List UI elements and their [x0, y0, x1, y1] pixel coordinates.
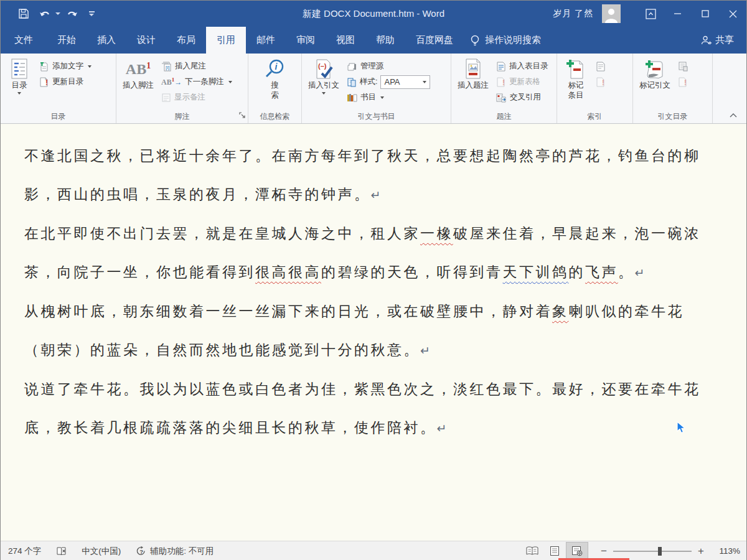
insert-citation-icon: (–) [313, 58, 334, 80]
paragraph-mark: ↵ [420, 343, 430, 357]
svg-text:!: ! [45, 78, 48, 87]
update-index-button: ! [592, 74, 609, 90]
tab-mailings[interactable]: 邮件 [246, 27, 286, 54]
zoom-in-button[interactable]: + [694, 545, 708, 558]
paragraph[interactable]: 从槐树叶底，朝东细数着一丝一丝漏下来的日光，或在破壁腰中，静对着象喇叭似的牵牛花… [24, 292, 710, 370]
zoom-slider-thumb[interactable] [658, 547, 662, 556]
update-toc-icon: ! [39, 77, 49, 87]
mark-entry-button[interactable]: 标记 条目 [560, 56, 592, 100]
redo-icon [66, 9, 78, 19]
update-toc-button[interactable]: ! 更新目录 [35, 74, 95, 90]
insert-table-of-authorities-button[interactable] [674, 58, 692, 74]
save-button[interactable] [14, 4, 33, 23]
cross-reference-button[interactable]: 交叉引用 [492, 90, 552, 105]
ribbon-display-options-icon [646, 9, 656, 19]
tab-layout[interactable]: 布局 [166, 27, 206, 54]
tab-file[interactable]: 文件 [1, 27, 47, 54]
toc-button[interactable]: 目录 [3, 56, 35, 95]
tab-references[interactable]: 引用 [206, 27, 246, 54]
document-canvas[interactable]: 不逢北国之秋，已将近十余年了。在南方每年到了秋天，总要想起陶然亭的芦花，钓鱼台的… [1, 124, 746, 541]
add-text-label: 添加文字 [52, 61, 83, 72]
read-mode-button[interactable] [521, 542, 543, 560]
mark-citation-button[interactable]: 标记引文 [636, 56, 674, 90]
tab-home[interactable]: 开始 [47, 27, 87, 54]
bibliography-button[interactable]: 书目 [343, 90, 434, 105]
footnotes-dialog-launcher[interactable] [239, 110, 246, 121]
update-table-of-authorities-icon: ! [678, 77, 688, 87]
tab-insert[interactable]: 插入 [87, 27, 126, 54]
accessibility-status[interactable]: ? 辅助功能: 不可用 [128, 546, 221, 557]
paragraph[interactable]: 不逢北国之秋，已将近十余年了。在南方每年到了秋天，总要想起陶然亭的芦花，钓鱼台的… [24, 136, 710, 214]
close-button[interactable] [719, 1, 746, 27]
insert-footnote-button[interactable]: AB1 插入脚注 [119, 56, 157, 90]
update-table-label: 更新表格 [509, 77, 540, 87]
cross-reference-label: 交叉引用 [510, 92, 541, 103]
ribbon-display-options-button[interactable] [637, 1, 664, 27]
group-label-footnotes: 脚注 [119, 111, 245, 123]
tell-me-search[interactable]: 操作说明搜索 [470, 27, 541, 54]
spellcheck-red-squiggle: 飞声 [585, 264, 618, 280]
insert-endnote-button[interactable]: [i] 插入尾注 [157, 58, 236, 74]
language-label: 中文(中国) [82, 546, 121, 557]
citation-style-chevron [423, 81, 426, 83]
insert-table-of-figures-button[interactable]: 插入表目录 [492, 58, 552, 74]
customize-qat-button[interactable] [89, 11, 95, 16]
tab-help[interactable]: 帮助 [365, 27, 405, 54]
web-layout-icon [571, 546, 583, 556]
insert-endnote-icon: [i] [161, 62, 172, 72]
word-count[interactable]: 274 个字 [1, 546, 49, 557]
undo-button[interactable] [35, 4, 54, 23]
paragraph[interactable]: 在北平即使不出门去罢，就是在皇城人海之中，租人家一橡破屋来住着，早晨起来，泡一碗… [24, 214, 710, 292]
group-label-research: 信息检索 [251, 111, 299, 123]
close-icon [729, 10, 737, 18]
add-text-chevron [88, 65, 92, 68]
tab-baidu-netdisk[interactable]: 百度网盘 [405, 27, 464, 54]
zoom-out-button[interactable]: − [597, 545, 611, 558]
undo-dropdown-chevron[interactable] [55, 12, 60, 15]
tab-design[interactable]: 设计 [126, 27, 166, 54]
search-label-line2: 索 [271, 90, 279, 100]
tab-review[interactable]: 审阅 [286, 27, 326, 54]
web-layout-button[interactable] [566, 542, 588, 560]
zoom-slider-track[interactable] [613, 551, 692, 552]
insert-index-button[interactable] [592, 58, 609, 74]
paragraph[interactable]: 说道了牵牛花。我以为以蓝色或白色者为佳，紫黑色次之，淡红色最下。最好，还要在牵牛… [24, 370, 710, 447]
redo-button[interactable] [63, 4, 82, 23]
mark-citation-icon [644, 58, 666, 80]
accessibility-icon: ? [136, 546, 146, 556]
print-layout-button[interactable] [543, 542, 566, 560]
maximize-button[interactable] [692, 1, 719, 27]
language-status[interactable]: 中文(中国) [74, 546, 128, 557]
zoom-percentage[interactable]: 113% [708, 546, 740, 556]
user-name[interactable]: 岁月 了然 [553, 8, 593, 19]
minimize-button[interactable] [664, 1, 692, 27]
toc-label: 目录 [12, 80, 27, 90]
cross-reference-icon [496, 93, 507, 103]
tab-view[interactable]: 视图 [326, 27, 365, 54]
bibliography-icon [347, 93, 357, 103]
insert-citation-button[interactable]: (–) 插入引文 [304, 56, 343, 95]
paragraph-mark: ↵ [635, 266, 645, 279]
add-text-button[interactable]: 添加文字 [35, 58, 95, 74]
next-footnote-label: 下一条脚注 [185, 77, 224, 87]
manage-sources-button[interactable]: 管理源 [343, 58, 434, 74]
search-button[interactable]: i 搜 索 [259, 56, 291, 100]
show-notes-label: 显示备注 [174, 92, 205, 103]
search-label-line1: 搜 [271, 80, 279, 90]
insert-caption-button[interactable]: 插入题注 [454, 56, 492, 90]
quick-access-toolbar [1, 4, 95, 23]
citation-style-dropdown[interactable]: APA [380, 75, 430, 89]
group-footnotes: AB1 插入脚注 [i] 插入尾注 AB1→ 下一条脚注 [116, 54, 248, 123]
group-label-toa: 引文目录 [636, 111, 710, 123]
share-button[interactable]: 共享 [700, 27, 746, 54]
spellcheck-blue-squiggle: 天下训鸽 [503, 264, 569, 280]
insert-index-icon [596, 62, 606, 72]
print-layout-icon [550, 546, 560, 556]
paragraph-mark: ↵ [371, 188, 381, 202]
word-count-label: 274 个字 [8, 546, 41, 557]
word-window: 新建 DOCX Document.htm - Word 岁月 了然 文件 开始 … [0, 0, 747, 560]
proofing-status[interactable] [49, 546, 74, 556]
next-footnote-button[interactable]: AB1→ 下一条脚注 [157, 74, 236, 90]
user-avatar[interactable] [602, 4, 621, 23]
collapse-ribbon-button[interactable] [729, 110, 738, 121]
